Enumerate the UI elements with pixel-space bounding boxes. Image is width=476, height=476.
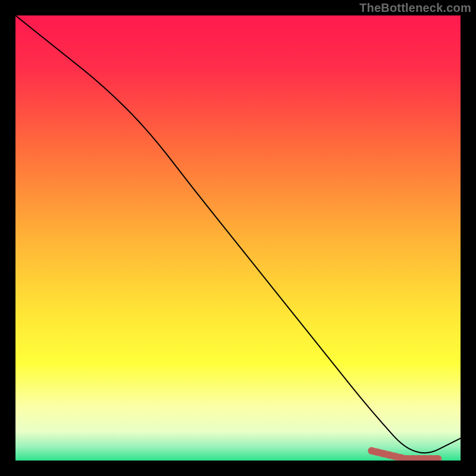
plot-area: [15, 15, 461, 461]
gradient-background: [15, 15, 461, 461]
watermark-text: TheBottleneck.com: [359, 1, 471, 15]
bottleneck-chart: [15, 15, 461, 461]
chart-container: TheBottleneck.com: [0, 0, 476, 476]
